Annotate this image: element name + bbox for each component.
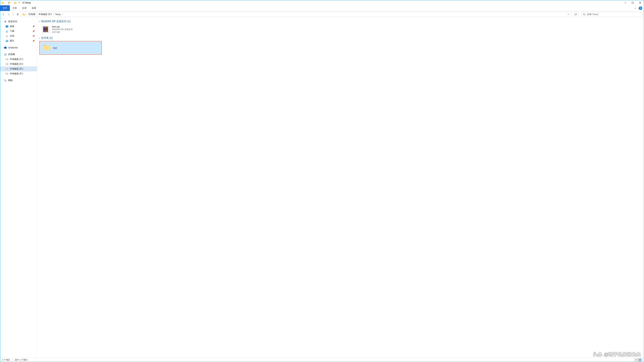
- pin-icon: 📌: [32, 30, 35, 32]
- sidebar-label: 本地磁盘 (F:): [10, 72, 23, 75]
- address-dropdown-icon[interactable]: [566, 13, 570, 15]
- chevron-right-icon[interactable]: ›: [52, 13, 54, 15]
- svg-rect-24: [43, 26, 45, 32]
- breadcrumb-drive-e[interactable]: 本地磁盘 (E:): [38, 13, 52, 16]
- nav-row: › 此电脑 › 本地磁盘 (E:) › Temp ›: [0, 11, 644, 17]
- sidebar-item-drive-c[interactable]: 本地磁盘 (C:): [0, 57, 37, 62]
- group-header-folder[interactable]: 文件夹 (1): [38, 36, 642, 40]
- help-button[interactable]: ?: [639, 6, 642, 10]
- pictures-icon: [5, 39, 8, 42]
- svg-rect-30: [635, 360, 637, 360]
- folder-icon: [43, 44, 50, 52]
- nav-back-button[interactable]: [2, 12, 6, 17]
- qat-properties-icon[interactable]: [8, 1, 10, 4]
- address-folder-icon: [22, 13, 26, 15]
- drive-icon: [5, 72, 8, 75]
- window-folder-icon: [1, 1, 4, 4]
- sidebar-item-onedrive[interactable]: OneDrive: [0, 45, 37, 50]
- nav-sidebar: 快速访问 桌面 📌 下载 📌: [0, 17, 37, 358]
- sidebar-label: 文档: [10, 34, 14, 37]
- sidebar-item-drive-f[interactable]: 本地磁盘 (F:): [0, 71, 37, 76]
- chevron-down-icon: [38, 21, 40, 22]
- chevron-right-icon[interactable]: ›: [61, 13, 64, 15]
- address-bar[interactable]: › 此电脑 › 本地磁盘 (E:) › Temp ›: [21, 12, 572, 17]
- svg-point-20: [8, 73, 8, 74]
- refresh-button[interactable]: [572, 12, 579, 17]
- sidebar-item-network[interactable]: 网络: [0, 78, 37, 83]
- network-icon: [4, 79, 7, 82]
- ribbon-tabs: 文件 主页 共享 查看 ?: [0, 5, 644, 11]
- nav-up-button[interactable]: [16, 12, 20, 17]
- svg-rect-21: [4, 79, 5, 80]
- svg-rect-29: [635, 359, 637, 359]
- view-details-button[interactable]: [634, 358, 638, 362]
- svg-rect-10: [4, 53, 6, 55]
- group-label: 文件夹 (1): [41, 36, 53, 40]
- chevron-right-icon[interactable]: ›: [36, 13, 38, 15]
- ribbon-expand-icon[interactable]: [633, 5, 638, 11]
- breadcrumb-this-pc[interactable]: 此电脑: [28, 13, 36, 16]
- svg-point-18: [8, 69, 8, 69]
- sidebar-item-drive-d[interactable]: 本地磁盘 (D:): [0, 62, 37, 66]
- maximize-button[interactable]: [629, 0, 636, 5]
- highlight-annotation: text: [40, 41, 102, 54]
- sidebar-label: 快速访问: [8, 20, 17, 23]
- breadcrumb-temp[interactable]: Temp: [54, 13, 61, 15]
- tab-share[interactable]: 共享: [20, 5, 29, 11]
- separator: |: [12, 1, 13, 4]
- chevron-down-icon: [38, 37, 40, 39]
- pin-icon: 📌: [32, 25, 35, 27]
- group-label: WinRAR ZIP 压缩文件 (1): [41, 20, 70, 23]
- svg-rect-5: [6, 25, 8, 27]
- qat-dropdown-icon[interactable]: [18, 1, 20, 4]
- svg-rect-32: [639, 359, 640, 360]
- close-button[interactable]: [636, 0, 644, 5]
- sidebar-item-drive-e[interactable]: 本地磁盘 (E:): [0, 66, 37, 71]
- explorer-window: | | E:\Temp 文件 主页 共享 查看: [0, 0, 644, 362]
- zip-file-icon: [42, 25, 50, 33]
- folder-name: text: [53, 46, 57, 49]
- folder-item-text[interactable]: text: [40, 42, 100, 53]
- file-size: 8.97 MB: [52, 31, 73, 33]
- drive-icon: [5, 58, 8, 61]
- search-input[interactable]: [587, 13, 641, 15]
- title-folder-icon: [14, 1, 17, 4]
- tab-view[interactable]: 查看: [29, 5, 39, 11]
- onedrive-icon: [4, 46, 7, 49]
- svg-rect-33: [640, 359, 641, 360]
- content-pane: WinRAR ZIP 压缩文件 (1) text.zip WinRAR ZI: [37, 17, 644, 358]
- sidebar-item-desktop[interactable]: 桌面 📌: [0, 24, 37, 29]
- svg-rect-35: [640, 360, 641, 361]
- title-bar: | | E:\Temp: [0, 0, 644, 5]
- sidebar-item-documents[interactable]: 文档 📌: [0, 34, 37, 38]
- sidebar-item-quick-access[interactable]: 快速访问: [0, 19, 37, 24]
- status-selection: 选中 1 个项目: [15, 359, 28, 361]
- svg-rect-11: [5, 55, 6, 55]
- tab-home[interactable]: 主页: [10, 5, 20, 11]
- svg-rect-25: [45, 26, 46, 32]
- svg-rect-27: [43, 28, 48, 29]
- nav-history-dropdown[interactable]: [12, 12, 15, 17]
- minimize-button[interactable]: [622, 0, 629, 5]
- window-title: E:\Temp: [22, 1, 31, 4]
- sidebar-item-this-pc[interactable]: 此电脑: [0, 52, 37, 57]
- svg-rect-28: [43, 29, 48, 30]
- tab-file[interactable]: 文件: [0, 5, 10, 11]
- svg-rect-3: [632, 2, 634, 3]
- chevron-right-icon[interactable]: ›: [26, 13, 28, 15]
- svg-rect-7: [6, 32, 8, 32]
- sidebar-item-pictures[interactable]: 图片 📌: [0, 38, 37, 43]
- svg-point-16: [8, 64, 8, 64]
- svg-rect-12: [4, 55, 6, 56]
- search-box[interactable]: [581, 12, 642, 17]
- nav-forward-button[interactable]: [6, 12, 11, 17]
- sidebar-label: 网络: [8, 79, 13, 82]
- view-tiles-button[interactable]: [638, 358, 642, 362]
- pin-icon: 📌: [32, 35, 35, 37]
- group-header-zip[interactable]: WinRAR ZIP 压缩文件 (1): [38, 20, 642, 23]
- svg-point-9: [6, 40, 7, 41]
- file-item-zip[interactable]: text.zip WinRAR ZIP 压缩文件 8.97 MB: [41, 24, 102, 34]
- pin-icon: 📌: [32, 40, 35, 42]
- sidebar-item-downloads[interactable]: 下载 📌: [0, 29, 37, 34]
- sidebar-label: 本地磁盘 (C:): [10, 58, 23, 61]
